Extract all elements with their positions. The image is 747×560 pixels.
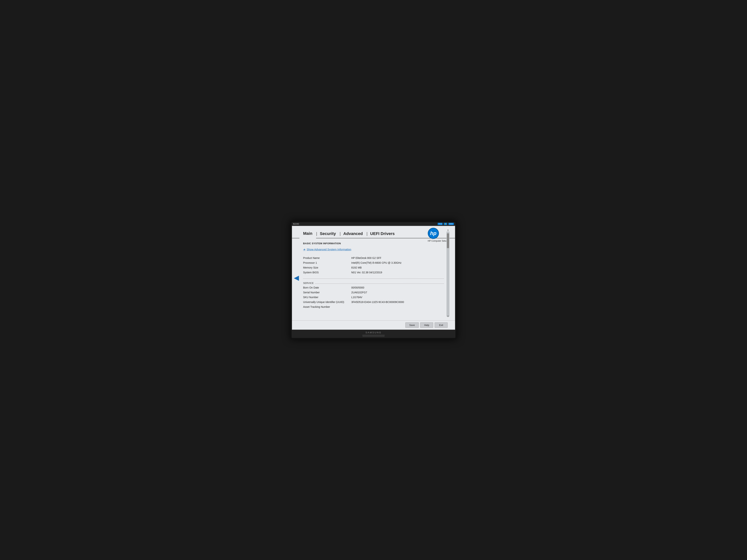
field-value: 2UA6102FG7: [351, 290, 444, 295]
energy-star-icon: ⚡: [444, 223, 447, 225]
field-label: System BIOS: [303, 270, 351, 275]
table-row: Memory Size 8192 MB: [303, 265, 444, 270]
monitor-bottom: SAMSUNG: [292, 330, 455, 338]
screen: Main Security Advanced UEFI Drivers hp H…: [292, 225, 455, 330]
service-section-header: SERVICE: [303, 280, 444, 285]
tco-icon: TCO: [438, 223, 443, 225]
tab-advanced[interactable]: Advanced: [340, 230, 366, 238]
content-area: BASIC SYSTEM INFORMATION Show Advanced S…: [292, 238, 455, 324]
table-row: Processor 1 Intel(R) Core(TM) i5-6600 CP…: [303, 260, 444, 265]
field-label: Serial Number: [303, 290, 351, 295]
monitor-stand: [362, 335, 385, 337]
scroll-up-arrow[interactable]: ∧: [446, 229, 449, 232]
field-value: L1G76AV: [351, 295, 444, 300]
hp-logo-circle: hp: [428, 228, 439, 239]
hp-logo-text: hp: [430, 230, 437, 236]
top-bar-icons: TCO ⚡ 500C: [438, 223, 454, 225]
monitor-brand-label: SAMSUNG: [293, 331, 454, 334]
bios-container: Main Security Advanced UEFI Drivers hp H…: [292, 226, 455, 330]
field-label: Memory Size: [303, 265, 351, 270]
field-value: N01 Ver. 02.38 04/12/2019: [351, 270, 444, 275]
table-row: Born On Date 00/00/0000: [303, 285, 444, 290]
table-row: System BIOS N01 Ver. 02.38 04/12/2019: [303, 270, 444, 275]
field-label: Born On Date: [303, 285, 351, 290]
field-label: Universally Unique Identifier (UUID): [303, 300, 351, 304]
save-button[interactable]: Save: [405, 322, 419, 328]
table-row: Universally Unique Identifier (UUID) 3FA…: [303, 300, 444, 304]
field-label: Asset Tracking Number: [303, 304, 351, 309]
scroll-down-arrow[interactable]: ∨: [446, 315, 449, 318]
table-row: Asset Tracking Number: [303, 304, 444, 309]
scrollbar-track: [446, 232, 449, 317]
basic-info-table: Product Name HP EliteDesk 800 G2 SFF Pro…: [303, 256, 444, 275]
field-label: Product Name: [303, 256, 351, 260]
tab-security[interactable]: Security: [316, 230, 340, 238]
service-info-table: Born On Date 00/00/0000 Serial Number 2U…: [303, 285, 444, 309]
scrollbar-thumb[interactable]: [447, 233, 449, 248]
section-title: BASIC SYSTEM INFORMATION: [303, 242, 444, 245]
field-label: SKU Number: [303, 295, 351, 300]
monitor-top-bar: B2240 TCO ⚡ 500C: [292, 222, 455, 225]
tab-uefi-drivers[interactable]: UEFI Drivers: [366, 230, 398, 238]
power-icon: 500C: [448, 223, 454, 225]
bottom-bar: Save Help Exit: [292, 320, 455, 330]
show-advanced-link[interactable]: Show Advanced System Information: [303, 248, 444, 251]
field-label: Processor 1: [303, 260, 351, 265]
field-value: 3FA5D518-EA04-11E5-9C43-BC00009C0000: [351, 300, 444, 304]
field-value: 8192 MB: [351, 265, 444, 270]
table-row: SKU Number L1G76AV: [303, 295, 444, 300]
nav-bar: Main Security Advanced UEFI Drivers hp H…: [292, 226, 455, 238]
field-value: HP EliteDesk 800 G2 SFF: [351, 256, 444, 260]
field-value: 00/00/0000: [351, 285, 444, 290]
monitor-frame: B2240 TCO ⚡ 500C Main Security Advanced …: [290, 221, 457, 340]
field-value: Intel(R) Core(TM) i5-6600 CPU @ 3.30GHz: [351, 260, 444, 265]
tab-main[interactable]: Main: [300, 230, 316, 238]
field-value: [351, 304, 444, 309]
monitor-model-label: B2240: [293, 223, 299, 225]
table-row: Serial Number 2UA6102FG7: [303, 290, 444, 295]
table-row: Product Name HP EliteDesk 800 G2 SFF: [303, 256, 444, 260]
help-button[interactable]: Help: [420, 322, 433, 328]
exit-button[interactable]: Exit: [435, 322, 447, 328]
service-label: SERVICE: [303, 282, 314, 285]
